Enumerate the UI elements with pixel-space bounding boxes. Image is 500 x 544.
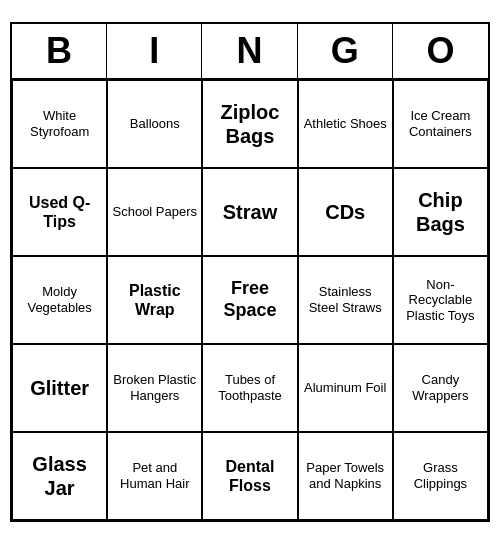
bingo-grid: White StyrofoamBalloonsZiploc BagsAthlet…	[12, 80, 488, 520]
bingo-cell: Free Space	[202, 256, 297, 344]
bingo-cell: Straw	[202, 168, 297, 256]
bingo-cell: Plastic Wrap	[107, 256, 202, 344]
bingo-cell: Grass Clippings	[393, 432, 488, 520]
bingo-cell: Broken Plastic Hangers	[107, 344, 202, 432]
header-letter: O	[393, 24, 488, 78]
bingo-cell: Athletic Shoes	[298, 80, 393, 168]
bingo-cell: Stainless Steel Straws	[298, 256, 393, 344]
bingo-cell: Glass Jar	[12, 432, 107, 520]
bingo-cell: Balloons	[107, 80, 202, 168]
bingo-cell: Aluminum Foil	[298, 344, 393, 432]
bingo-cell: School Papers	[107, 168, 202, 256]
bingo-cell: Moldy Vegetables	[12, 256, 107, 344]
header-letter: G	[298, 24, 393, 78]
bingo-cell: Ice Cream Containers	[393, 80, 488, 168]
bingo-cell: Dental Floss	[202, 432, 297, 520]
bingo-cell: Tubes of Toothpaste	[202, 344, 297, 432]
header-letter: B	[12, 24, 107, 78]
bingo-cell: Ziploc Bags	[202, 80, 297, 168]
bingo-card: BINGO White StyrofoamBalloonsZiploc Bags…	[10, 22, 490, 522]
bingo-cell: White Styrofoam	[12, 80, 107, 168]
bingo-cell: Paper Towels and Napkins	[298, 432, 393, 520]
bingo-header: BINGO	[12, 24, 488, 80]
header-letter: N	[202, 24, 297, 78]
bingo-cell: Chip Bags	[393, 168, 488, 256]
bingo-cell: Non-Recyclable Plastic Toys	[393, 256, 488, 344]
bingo-cell: Pet and Human Hair	[107, 432, 202, 520]
bingo-cell: Glitter	[12, 344, 107, 432]
bingo-cell: Candy Wrappers	[393, 344, 488, 432]
bingo-cell: Used Q-Tips	[12, 168, 107, 256]
bingo-cell: CDs	[298, 168, 393, 256]
header-letter: I	[107, 24, 202, 78]
